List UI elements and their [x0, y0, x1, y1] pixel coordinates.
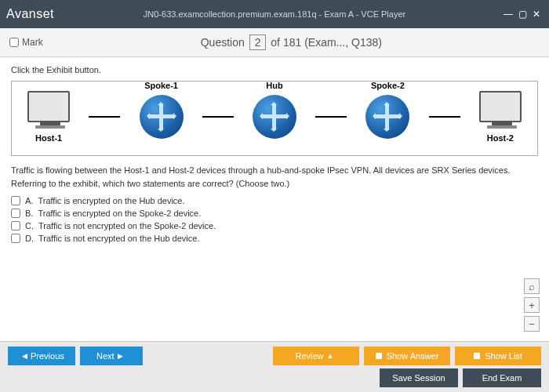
answer-options: A. Traffic is encrypted on the Hub devic…	[11, 196, 538, 243]
spoke1-label: Spoke-1	[144, 81, 178, 90]
minimize-button[interactable]: —	[502, 9, 514, 20]
option-text: Traffic is not encrypted on the Hub devi…	[38, 234, 199, 243]
option-d-checkbox[interactable]	[11, 234, 20, 243]
mark-label: Mark	[22, 37, 43, 48]
question-bar: Mark Question 2 of 181 (Exam..., Q138)	[0, 28, 549, 57]
chevron-left-icon: ◀	[22, 352, 27, 360]
option-d[interactable]: D. Traffic is not encrypted on the Hub d…	[11, 234, 538, 243]
previous-button[interactable]: ◀Previous	[8, 347, 75, 365]
option-text: Traffic is encrypted on the Spoke-2 devi…	[38, 209, 201, 218]
option-b-checkbox[interactable]	[11, 209, 20, 218]
host1-icon	[27, 91, 70, 122]
zoom-controls: ⌕ + −	[524, 278, 540, 332]
host1-node: Host-1	[27, 91, 70, 143]
option-b[interactable]: B. Traffic is encrypted on the Spoke-2 d…	[11, 209, 538, 218]
router-icon	[253, 95, 296, 139]
option-letter: C.	[25, 221, 34, 230]
link-s2-h2	[429, 116, 460, 118]
option-letter: D.	[25, 234, 34, 243]
option-c[interactable]: C. Traffic is not encrypted on the Spoke…	[11, 221, 538, 230]
titlebar: Avanset JN0-633.examcollection.premium.e…	[0, 0, 549, 28]
maximize-button[interactable]: ▢	[516, 9, 529, 20]
window-controls: — ▢ ✕	[502, 9, 543, 20]
window-title: JN0-633.examcollection.premium.exam.181q…	[144, 9, 405, 19]
spoke2-node: Spoke-2	[365, 95, 409, 139]
question-position: Question 2 of 181 (Exam..., Q138)	[201, 34, 382, 50]
host2-label: Host-2	[479, 133, 522, 143]
next-label: Next	[96, 351, 115, 361]
link-s1-hub	[202, 116, 234, 118]
footer-row-1: ◀Previous Next▶ Review▲ Show Answer Show…	[8, 347, 541, 365]
option-a-checkbox[interactable]	[11, 196, 20, 205]
footer: ◀Previous Next▶ Review▲ Show Answer Show…	[0, 341, 549, 392]
option-letter: A.	[25, 196, 33, 205]
close-button[interactable]: ✕	[530, 9, 543, 20]
host2-node: Host-2	[479, 91, 522, 143]
router-icon	[365, 95, 409, 139]
next-button[interactable]: Next▶	[80, 347, 143, 365]
link-h1-s1	[89, 116, 120, 118]
save-session-button[interactable]: Save Session	[380, 368, 458, 387]
question-scenario: Traffic is flowing between the Host-1 an…	[11, 164, 538, 190]
host2-icon	[479, 91, 522, 122]
content-area: Click the Exhibit button. Host-1 Spoke-1…	[0, 57, 549, 341]
footer-row-2: Save Session End Exam	[8, 368, 541, 387]
square-icon	[376, 353, 382, 359]
previous-label: Previous	[31, 351, 64, 361]
zoom-reset-button[interactable]: ⌕	[524, 278, 540, 294]
host1-label: Host-1	[27, 133, 70, 143]
zoom-out-button[interactable]: −	[524, 316, 540, 332]
hub-label: Hub	[266, 81, 282, 90]
router-icon	[140, 95, 184, 139]
question-instruction: Click the Exhibit button.	[11, 65, 538, 74]
spoke1-node: Spoke-1	[140, 95, 184, 139]
spoke2-label: Spoke-2	[371, 81, 405, 90]
show-answer-button[interactable]: Show Answer	[364, 347, 450, 365]
square-icon	[474, 353, 480, 359]
mark-checkbox-container[interactable]: Mark	[9, 37, 43, 48]
option-a[interactable]: A. Traffic is encrypted on the Hub devic…	[11, 196, 538, 205]
mark-checkbox[interactable]	[9, 38, 19, 47]
app-window: Avanset JN0-633.examcollection.premium.e…	[0, 0, 549, 392]
chevron-right-icon: ▶	[118, 352, 123, 360]
review-label: Review	[296, 351, 324, 361]
scenario-line1: Traffic is flowing between the Host-1 an…	[11, 164, 538, 177]
option-c-checkbox[interactable]	[11, 221, 20, 230]
show-list-button[interactable]: Show List	[455, 347, 541, 365]
show-answer-label: Show Answer	[387, 351, 439, 361]
end-exam-button[interactable]: End Exam	[463, 368, 541, 387]
option-letter: B.	[25, 209, 33, 218]
zoom-in-button[interactable]: +	[524, 297, 540, 313]
question-total: of 181 (Exam..., Q138)	[271, 36, 382, 49]
exhibit-diagram: Host-1 Spoke-1 Hub Spoke-2 Host-2	[11, 81, 538, 156]
chevron-up-icon: ▲	[327, 352, 334, 360]
show-list-label: Show List	[485, 351, 522, 361]
scenario-line2: Referring to the exhibit, which two stat…	[11, 177, 538, 191]
question-word: Question	[201, 36, 245, 49]
app-logo: Avanset	[6, 7, 54, 21]
link-hub-s2	[315, 116, 347, 118]
option-text: Traffic is not encrypted on the Spoke-2 …	[38, 221, 216, 230]
hub-node: Hub	[253, 95, 296, 139]
option-text: Traffic is encrypted on the Hub device.	[38, 196, 184, 205]
question-number-box: 2	[249, 34, 267, 50]
review-button[interactable]: Review▲	[273, 347, 359, 365]
